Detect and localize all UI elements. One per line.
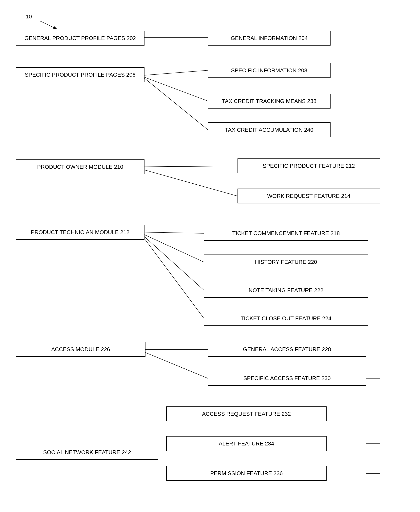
node-access-request-feature: ACCESS REQUEST FEATURE 232 — [166, 406, 327, 421]
node-specific-information: SPECIFIC INFORMATION 208 — [208, 63, 330, 78]
svg-line-13 — [145, 352, 208, 378]
svg-line-5 — [144, 78, 208, 130]
svg-line-3 — [144, 70, 208, 75]
node-general-information: GENERAL INFORMATION 204 — [208, 31, 330, 46]
node-product-owner-module: PRODUCT OWNER MODULE 210 — [16, 160, 144, 174]
node-general-product-profile: GENERAL PRODUCT PROFILE PAGES 202 — [16, 31, 144, 46]
node-ticket-commencement: TICKET COMMENCEMENT FEATURE 218 — [204, 226, 368, 241]
node-note-taking-feature: NOTE TAKING FEATURE 222 — [204, 283, 368, 298]
node-permission-feature: PERMISSION FEATURE 236 — [166, 466, 327, 481]
svg-line-7 — [144, 170, 238, 196]
svg-line-11 — [144, 239, 204, 318]
node-general-access-feature: GENERAL ACCESS FEATURE 228 — [208, 342, 366, 357]
node-specific-product-feature: SPECIFIC PRODUCT FEATURE 212 — [238, 159, 380, 173]
node-ticket-close-out: TICKET CLOSE OUT FEATURE 224 — [204, 311, 368, 326]
svg-line-1 — [40, 21, 57, 29]
ref-label: 10 — [26, 14, 32, 20]
node-social-network-feature: SOCIAL NETWORK FEATURE 242 — [16, 445, 158, 460]
node-tax-credit-tracking: TAX CREDIT TRACKING MEANS 238 — [208, 94, 330, 108]
node-tax-credit-accumulation: TAX CREDIT ACCUMULATION 240 — [208, 122, 330, 137]
node-work-request-feature: WORK REQUEST FEATURE 214 — [238, 189, 380, 203]
node-specific-access-feature: SPECIFIC ACCESS FEATURE 230 — [208, 371, 366, 386]
node-access-module: ACCESS MODULE 226 — [16, 342, 145, 357]
svg-line-4 — [144, 77, 208, 101]
node-alert-feature: ALERT FEATURE 234 — [166, 436, 327, 451]
svg-line-8 — [144, 232, 204, 233]
svg-line-10 — [144, 237, 204, 290]
node-history-feature: HISTORY FEATURE 220 — [204, 254, 368, 269]
svg-line-6 — [144, 166, 238, 167]
diagram-container: 10 — [0, 0, 420, 512]
node-product-technician-module: PRODUCT TECHNICIAN MODULE 212 — [16, 225, 144, 240]
node-specific-product-profile: SPECIFIC PRODUCT PROFILE PAGES 206 — [16, 67, 144, 82]
svg-line-9 — [144, 235, 204, 262]
